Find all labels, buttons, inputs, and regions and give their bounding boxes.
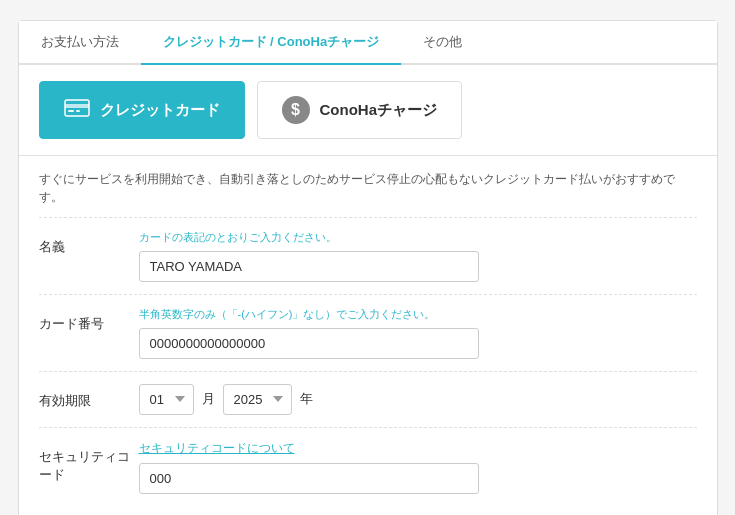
name-content: カードの表記のとおりご入力ください。 [139,230,697,282]
tab-bar: お支払い方法 クレジットカード / ConoHaチャージ その他 [19,21,717,65]
conoha-charge-label: ConoHaチャージ [320,101,438,120]
security-code-link[interactable]: セキュリティコードについて [139,440,697,457]
card-number-input[interactable] [139,328,479,359]
info-text: すぐにサービスを利用開始でき、自動引き落としのためサービス停止の心配もないクレジ… [39,156,697,217]
name-input[interactable] [139,251,479,282]
tab-other[interactable]: その他 [401,21,484,65]
security-code-row: セキュリティコード セキュリティコードについて [39,427,697,506]
expiry-year-select[interactable]: 2024202520262027202820292030203120322033 [223,384,292,415]
security-code-content: セキュリティコードについて [139,440,697,494]
credit-card-form: すぐにサービスを利用開始でき、自動引き落としのためサービス停止の心配もないクレジ… [19,156,717,515]
credit-card-option[interactable]: クレジットカード [39,81,245,139]
name-row: 名義 カードの表記のとおりご入力ください。 [39,217,697,294]
card-number-label: カード番号 [39,307,139,333]
svg-rect-3 [76,110,80,112]
security-code-label: セキュリティコード [39,440,139,484]
conoha-charge-option[interactable]: $ ConoHaチャージ [257,81,463,139]
expiry-row: 有効期限 010203040506070809101112 月 20242025… [39,371,697,427]
card-number-content: 半角英数字のみ（「-(ハイフン)」なし）でご入力ください。 [139,307,697,359]
tab-credit-card[interactable]: クレジットカード / ConoHaチャージ [141,21,402,65]
expiry-month-select[interactable]: 010203040506070809101112 [139,384,194,415]
expiry-label: 有効期限 [39,384,139,410]
name-hint: カードの表記のとおりご入力ください。 [139,230,697,245]
tab-payment-method[interactable]: お支払い方法 [19,21,141,65]
dollar-icon: $ [282,96,310,124]
year-unit-label: 年 [300,390,313,408]
main-container: お支払い方法 クレジットカード / ConoHaチャージ その他 クレジットカー… [18,20,718,515]
expiry-content: 010203040506070809101112 月 2024202520262… [139,384,697,415]
expiry-selects: 010203040506070809101112 月 2024202520262… [139,384,697,415]
security-code-input[interactable] [139,463,479,494]
card-number-row: カード番号 半角英数字のみ（「-(ハイフン)」なし）でご入力ください。 [39,294,697,371]
card-number-hint: 半角英数字のみ（「-(ハイフン)」なし）でご入力ください。 [139,307,697,322]
name-label: 名義 [39,230,139,256]
credit-card-label: クレジットカード [100,101,220,120]
month-unit-label: 月 [202,390,215,408]
credit-card-icon [64,99,90,122]
svg-rect-1 [65,104,89,108]
svg-rect-2 [68,110,74,112]
payment-method-selector: クレジットカード $ ConoHaチャージ [19,65,717,156]
